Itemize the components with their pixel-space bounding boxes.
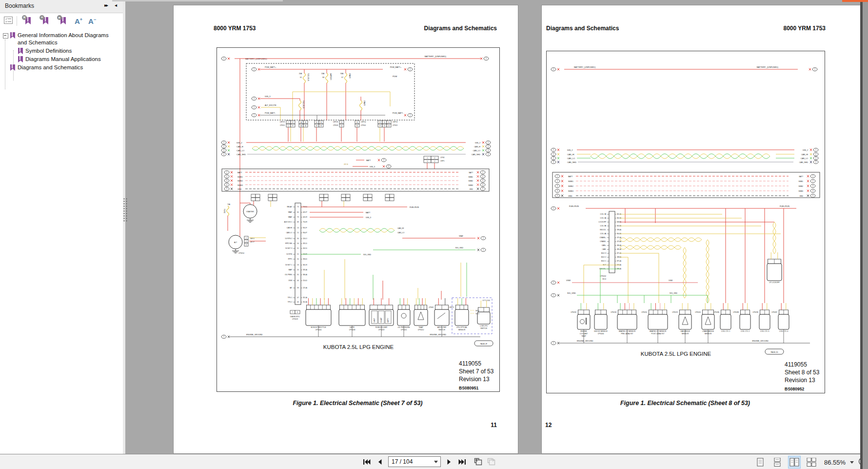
dock-panel-icon[interactable]: ▸▸ — [104, 2, 107, 8]
svg-text:VSW: VSW — [288, 280, 292, 282]
svg-text:5V RTN 2: 5V RTN 2 — [285, 238, 293, 240]
bookmark-item-symbol-definitions[interactable]: Symbol Definitions — [18, 47, 123, 55]
bookmark-item-diagrams-and-schematics[interactable]: Diagrams and Schematics — [10, 64, 123, 71]
svg-text:10-AMP: 10-AMP — [380, 318, 382, 323]
svg-text:005-R: 005-R — [303, 216, 308, 218]
font-decrease-icon[interactable]: A− — [88, 18, 96, 25]
svg-text:14: 14 — [297, 227, 299, 229]
svg-text:116-O: 116-O — [303, 238, 307, 240]
svg-text:SWB2: SWB2 — [468, 180, 473, 182]
collapse-panel-icon[interactable]: ◂ — [115, 2, 117, 8]
bookmark-delete-icon[interactable]: ✕ — [22, 16, 33, 26]
drawing-code: BS080951 — [459, 386, 478, 390]
svg-text:CAN_SHD: CAN_SHD — [799, 162, 808, 163]
svg-text:361-R: 361-R — [303, 264, 308, 266]
bookmark-add-icon[interactable]: + — [39, 16, 50, 26]
svg-text:380-A: 380-A — [303, 274, 308, 276]
history-back-icon[interactable] — [473, 456, 483, 467]
previous-page-button[interactable] — [375, 456, 385, 467]
svg-text:5: 5 — [388, 165, 389, 167]
svg-text:CPS3: CPS3 — [440, 157, 445, 159]
svg-text:CAN_HI: CAN_HI — [801, 154, 808, 156]
svg-text:GND: GND — [469, 188, 473, 190]
svg-text:BATTERY_(UNFUSED): BATTERY_(UNFUSED) — [245, 58, 267, 60]
svg-text:IGN_2: IGN_2 — [475, 142, 480, 144]
svg-text:4: 4 — [226, 184, 227, 186]
svg-text:CRP1: CRP1 — [440, 160, 445, 162]
page-header: 8000 YRM 1753 Diagrams and Schematics — [174, 25, 518, 32]
svg-text:3: 3 — [383, 159, 384, 161]
svg-text:COIL 4A: COIL 4A — [600, 233, 606, 235]
svg-text:330-D: 330-D — [303, 258, 308, 260]
svg-text:335-A: 335-A — [303, 269, 308, 271]
history-forward-icon[interactable] — [487, 456, 496, 467]
svg-text:3: 3 — [557, 185, 558, 187]
svg-text:CPS298: CPS298 — [752, 311, 758, 313]
view-mode-continuous-icon[interactable] — [771, 456, 784, 469]
first-page-button[interactable] — [362, 456, 372, 467]
chevron-down-icon[interactable] — [434, 461, 438, 463]
svg-text:ENGINE_GROUND: ENGINE_GROUND — [752, 340, 769, 342]
svg-text:LOW LPG: LOW LPG — [480, 325, 488, 327]
svg-text:CAN LO: CAN LO — [286, 232, 293, 234]
svg-text:CRANK ANGLE: CRANK ANGLE — [702, 330, 714, 332]
sheet-number: Sheet 7 of 53 — [459, 367, 493, 375]
view-mode-facing-icon[interactable] — [788, 456, 801, 469]
svg-text:2: 2 — [553, 153, 554, 155]
svg-text:20A: 20A — [299, 73, 302, 75]
svg-text:VBAT: VBAT — [459, 235, 464, 237]
svg-text:COIL CYL 2: COIL CYL 2 — [741, 330, 750, 332]
svg-text:50: 50 — [297, 258, 299, 260]
svg-text:BATT: BATT — [568, 176, 573, 178]
bookmarks-titlebar: Bookmarks ▸▸ ◂ — [0, 0, 123, 13]
svg-text:1: 1 — [814, 68, 815, 70]
svg-text:5: 5 — [427, 161, 428, 163]
page-number-input[interactable]: 17 / 104 — [388, 456, 441, 467]
svg-text:KUBOTA 2.5L LPG ENGINE: KUBOTA 2.5L LPG ENGINE — [641, 351, 711, 357]
bottom-toolbar: 17 / 104 — [0, 454, 860, 469]
bookmark-item-general-information[interactable]: General Information About Diagrams and S… — [0, 32, 123, 46]
svg-text:4: 4 — [488, 153, 489, 155]
svg-text:900-P: 900-P — [303, 232, 308, 234]
svg-text:2: 2 — [557, 180, 558, 182]
splitter-grip[interactable] — [123, 198, 128, 222]
toc-list-icon[interactable] — [4, 17, 13, 26]
svg-text:CPS288: CPS288 — [733, 311, 739, 313]
last-page-button[interactable] — [457, 456, 467, 467]
svg-text:CPS212: CPS212 — [418, 329, 424, 331]
svg-text:54: 54 — [297, 243, 299, 245]
bookmarks-title: Bookmarks — [5, 2, 34, 9]
svg-text:BATTERY_(UNFUSED): BATTERY_(UNFUSED) — [757, 66, 779, 68]
svg-text:30A: 30A — [340, 73, 344, 75]
page-header: Diagrams and Schematics 8000 YRM 1753 — [542, 25, 861, 32]
view-mode-book-view-icon[interactable] — [805, 456, 818, 469]
svg-text:COIL 2A: COIL 2A — [600, 217, 606, 219]
top-window-strip — [112, 0, 283, 1]
view-mode-single-page-icon[interactable] — [754, 456, 767, 469]
svg-text:AUX DIG 1: AUX DIG 1 — [284, 221, 292, 223]
svg-text:CAN_SHD: CAN_SHD — [237, 153, 246, 156]
svg-text:3: 3 — [482, 180, 483, 182]
svg-text:73: 73 — [297, 206, 299, 208]
svg-text:FPP2 MS: FPP2 MS — [285, 243, 293, 245]
part-number: 4119055 — [459, 360, 493, 367]
svg-text:1: 1 — [557, 175, 558, 177]
font-increase-icon[interactable]: A+ — [75, 18, 82, 25]
bookmark-goto-icon[interactable]: ▸ — [57, 16, 68, 26]
svg-text:BATT: BATT — [469, 172, 473, 174]
svg-text:1: 1 — [246, 237, 247, 239]
svg-text:VSW: VSW — [566, 279, 571, 282]
svg-text:CPS214: CPS214 — [238, 252, 244, 254]
zoom-level-display[interactable]: 86.55% — [824, 459, 846, 466]
svg-text:B: B — [305, 122, 306, 123]
next-page-button[interactable] — [444, 456, 454, 467]
svg-text:1: 1 — [410, 114, 411, 116]
collapse-expander-icon[interactable] — [3, 33, 8, 39]
sidebar-splitter[interactable] — [123, 0, 125, 454]
svg-text:CAN_SHD: CAN_SHD — [567, 161, 576, 163]
svg-text:1: 1 — [553, 294, 554, 296]
svg-text:F: F — [293, 122, 294, 123]
bookmark-item-diagrams-manual-applications[interactable]: Diagrams Manual Applications — [18, 56, 123, 63]
title-block: 4119055 Sheet 8 of 53 Revision 13 — [785, 361, 819, 384]
zoom-dropdown-icon[interactable] — [850, 461, 854, 464]
